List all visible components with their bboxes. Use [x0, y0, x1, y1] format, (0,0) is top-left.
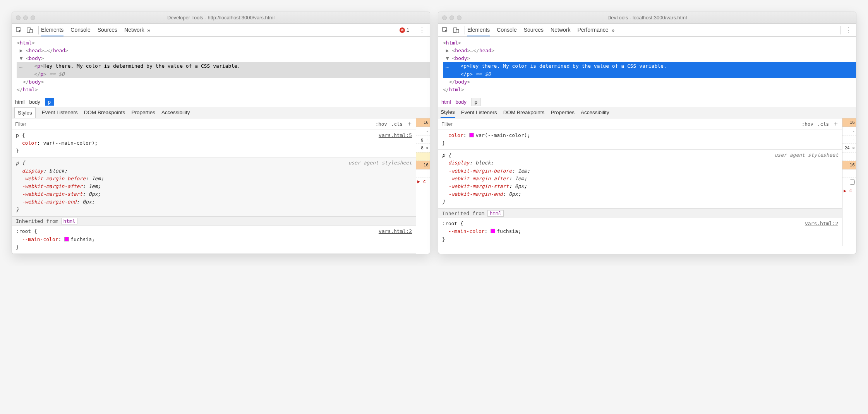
- crumb-body[interactable]: body: [29, 99, 40, 105]
- tab-sources[interactable]: Sources: [98, 24, 117, 36]
- more-tabs-icon[interactable]: »: [612, 27, 615, 33]
- main-toolbar: Elements Console Sources Network Perform…: [438, 24, 856, 37]
- titlebar: DevTools - localhost:3000/vars.html: [438, 12, 856, 24]
- filter-input[interactable]: [15, 121, 372, 127]
- rule-source-link[interactable]: vars.html:5: [379, 132, 412, 139]
- tab-network[interactable]: Network: [124, 24, 144, 36]
- cls-toggle[interactable]: .cls: [391, 121, 403, 127]
- divider: [840, 26, 841, 34]
- new-style-rule-icon[interactable]: ＋: [407, 120, 413, 128]
- divider: [465, 26, 465, 34]
- crumb-p[interactable]: p: [45, 98, 54, 106]
- inspect-icon[interactable]: [14, 26, 24, 35]
- hover-toggle[interactable]: :hov: [376, 121, 387, 127]
- titlebar: Developer Tools - http://localhost:3000/…: [12, 12, 430, 24]
- error-icon: ✕: [400, 27, 405, 33]
- subtab-dom-breakpoints[interactable]: DOM Breakpoints: [503, 107, 545, 118]
- dom-tree[interactable]: <html> ▶ <head>…</head> ▼ <body> … <p>He…: [438, 37, 856, 97]
- inherited-tag[interactable]: html: [61, 218, 77, 224]
- settings-menu-icon[interactable]: ⋮: [417, 26, 427, 34]
- selector: p {: [16, 132, 412, 139]
- style-rule[interactable]: color: var(--main-color); }: [438, 130, 842, 150]
- crumb-p[interactable]: p: [471, 98, 481, 106]
- filter-bar: :hov .cls ＋: [12, 118, 416, 130]
- style-rule[interactable]: vars.html:5 p { color: var(--main-color)…: [12, 130, 416, 157]
- error-count: 1: [407, 27, 409, 33]
- gutter-ellipsis: …: [443, 62, 451, 70]
- subtab-dom-breakpoints[interactable]: DOM Breakpoints: [84, 107, 125, 118]
- new-style-rule-icon[interactable]: ＋: [833, 120, 839, 128]
- more-tabs-icon[interactable]: »: [147, 27, 150, 33]
- divider: [414, 26, 414, 34]
- subtab-styles[interactable]: Styles: [14, 107, 36, 118]
- tab-elements[interactable]: Elements: [41, 24, 63, 36]
- tab-sources[interactable]: Sources: [524, 24, 544, 36]
- rule-source-link[interactable]: vars.html:2: [379, 228, 412, 235]
- subtab-accessibility[interactable]: Accessibility: [161, 107, 190, 118]
- color-swatch-icon[interactable]: [64, 237, 69, 241]
- styles-pane: :hov .cls ＋ vars.html:5 p { color: var(-…: [12, 118, 416, 254]
- dom-tree[interactable]: <html> ▶ <head>…</head> ▼ <body> … <p>He…: [12, 37, 430, 97]
- divider: [38, 26, 39, 34]
- overflow-indicator-icon: ▶ c: [842, 187, 856, 194]
- tab-console[interactable]: Console: [497, 24, 516, 36]
- inherited-tag[interactable]: html: [487, 210, 503, 217]
- crumb-body[interactable]: body: [456, 99, 467, 105]
- tab-elements[interactable]: Elements: [467, 24, 490, 36]
- window-title: Developer Tools - http://localhost:3000/…: [12, 15, 430, 21]
- style-rule[interactable]: vars.html:2 :root { --main-color: fuchsi…: [438, 218, 842, 246]
- style-rule[interactable]: vars.html:2 :root { --main-color: fuchsi…: [12, 226, 416, 253]
- rule-source-label: user agent stylesheet: [775, 151, 838, 159]
- devtools-window-right: DevTools - localhost:3000/vars.html Elem…: [438, 12, 856, 254]
- color-swatch-icon[interactable]: [491, 229, 495, 233]
- checkbox[interactable]: [850, 180, 855, 185]
- subtab-event-listeners[interactable]: Event Listeners: [461, 107, 497, 118]
- prop-value[interactable]: var(--main-color): [475, 132, 527, 138]
- inherited-header: Inherited from html: [438, 209, 842, 218]
- hover-toggle[interactable]: :hov: [802, 121, 813, 127]
- device-toggle-icon[interactable]: [25, 26, 34, 35]
- node-text: Hey there. My color is determined by the…: [43, 63, 240, 69]
- error-counter[interactable]: ✕ 1: [400, 27, 409, 33]
- filter-bar: :hov .cls ＋: [438, 118, 842, 130]
- styles-subtabs: Styles Event Listeners DOM Breakpoints P…: [438, 107, 856, 118]
- subtab-styles[interactable]: Styles: [441, 107, 455, 118]
- metrics-strip: 16 - g - 8 × - 16 - ▶ c: [416, 118, 430, 254]
- styles-pane: :hov .cls ＋ color: var(--main-color); } …: [438, 118, 842, 246]
- inherited-header: Inherited from html: [12, 216, 416, 226]
- eq0-marker: == $0: [473, 71, 491, 77]
- overflow-indicator-icon: ▶ c: [416, 178, 430, 185]
- cls-toggle[interactable]: .cls: [817, 121, 829, 127]
- main-toolbar: Elements Console Sources Network » ✕ 1 ⋮: [12, 24, 430, 37]
- svg-rect-5: [456, 29, 459, 33]
- inspect-icon[interactable]: [441, 26, 450, 35]
- filter-input[interactable]: [441, 121, 798, 127]
- prop-name[interactable]: color: [22, 140, 37, 146]
- devtools-window-left: Developer Tools - http://localhost:3000/…: [12, 12, 430, 254]
- selected-node[interactable]: … <p>Hey there. My color is determined b…: [17, 62, 430, 78]
- styles-subtabs: Styles Event Listeners DOM Breakpoints P…: [12, 107, 430, 118]
- rule-source-link[interactable]: vars.html:2: [805, 220, 838, 228]
- crumb-html[interactable]: html: [441, 99, 451, 105]
- prop-name[interactable]: color: [448, 132, 463, 138]
- breadcrumb: html body p: [438, 97, 856, 107]
- subtab-event-listeners[interactable]: Event Listeners: [42, 107, 78, 118]
- subtab-accessibility[interactable]: Accessibility: [581, 107, 609, 118]
- device-toggle-icon[interactable]: [451, 26, 461, 35]
- subtab-properties[interactable]: Properties: [551, 107, 575, 118]
- tab-console[interactable]: Console: [70, 24, 90, 36]
- window-title: DevTools - localhost:3000/vars.html: [438, 15, 856, 21]
- main-tabs: Elements Console Sources Network Perform…: [467, 24, 609, 36]
- node-text: Hey there. My color is determined by the…: [470, 63, 667, 69]
- settings-menu-icon[interactable]: ⋮: [843, 26, 854, 34]
- prop-value[interactable]: var(--main-color): [43, 140, 94, 146]
- crumb-html[interactable]: html: [15, 99, 25, 105]
- selected-node[interactable]: … <p>Hey there. My color is determined b…: [443, 62, 856, 78]
- tab-performance[interactable]: Performance: [577, 24, 608, 36]
- subtab-properties[interactable]: Properties: [131, 107, 155, 118]
- breadcrumb: html body p: [12, 97, 430, 107]
- color-swatch-icon[interactable]: [469, 133, 474, 137]
- tab-network[interactable]: Network: [551, 24, 570, 36]
- style-rule-ua: user agent stylesheet p { display: block…: [438, 150, 842, 209]
- rule-source-label: user agent stylesheet: [348, 159, 412, 167]
